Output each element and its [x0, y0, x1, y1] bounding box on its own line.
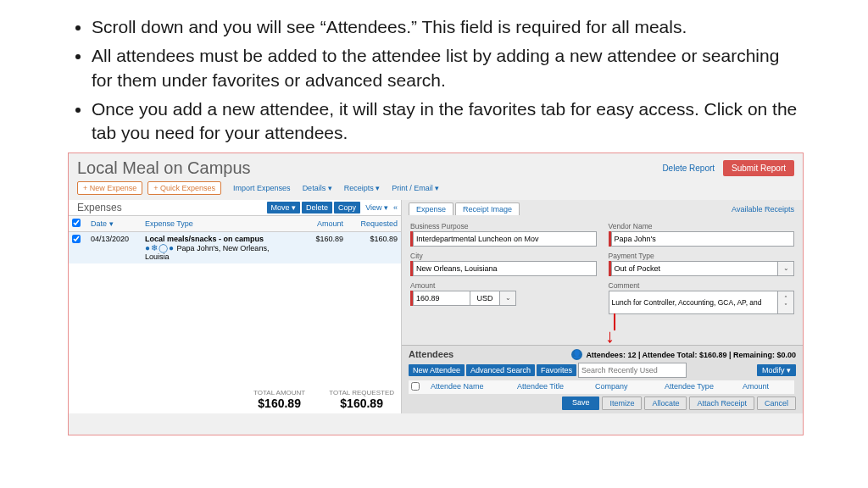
- print-email-menu[interactable]: Print / Email ▾: [392, 184, 439, 192]
- cancel-button[interactable]: Cancel: [757, 396, 796, 410]
- currency-select[interactable]: USD: [470, 291, 500, 306]
- attendee-select-all[interactable]: [411, 382, 420, 391]
- col-attendee-amount[interactable]: Amount: [737, 380, 794, 394]
- col-type[interactable]: Expense Type: [142, 215, 298, 231]
- col-date[interactable]: Date ▾: [87, 215, 142, 231]
- import-expenses-link[interactable]: Import Expenses: [233, 184, 291, 192]
- cell-type: Local meals/snacks - on campus: [145, 235, 264, 243]
- save-button[interactable]: Save: [562, 396, 600, 410]
- new-attendee-button[interactable]: New Attendee: [409, 364, 465, 376]
- available-receipts-link[interactable]: Available Receipts: [732, 205, 794, 214]
- scroll-arrows-icon[interactable]: ˄˅: [778, 291, 794, 314]
- amount-label: Amount: [410, 281, 597, 290]
- cell-requested: $160.89: [347, 231, 401, 263]
- business-purpose-label: Business Purpose: [410, 222, 597, 230]
- chevron-down-icon[interactable]: ⌄: [500, 291, 516, 306]
- favorites-button[interactable]: Favorites: [537, 364, 576, 376]
- app-screenshot: Local Meal on Campus Delete Report Submi…: [68, 152, 804, 435]
- table-row[interactable]: 04/13/2020 Local meals/snacks - on campu…: [69, 231, 401, 263]
- callout-arrow-icon: ↓: [605, 327, 615, 346]
- details-menu[interactable]: Details ▾: [303, 184, 332, 192]
- attendee-table-header: Attendee Name Attendee Title Company Att…: [409, 380, 796, 394]
- bullet-2: All attendees must be added to the atten…: [92, 44, 800, 92]
- bullet-1: Scroll down and you will see “Attendees.…: [92, 15, 800, 39]
- col-company[interactable]: Company: [590, 380, 659, 394]
- payment-type-select[interactable]: Out of Pocket: [611, 261, 779, 276]
- instruction-list: Scroll down and you will see “Attendees.…: [68, 15, 800, 146]
- cell-date: 04/13/2020: [87, 231, 142, 263]
- page-title: Local Meal on Campus: [77, 158, 251, 178]
- col-amount[interactable]: Amount: [298, 215, 347, 231]
- col-requested[interactable]: Requested: [347, 215, 401, 231]
- search-recently-used-input[interactable]: Search Recently Used: [578, 363, 687, 378]
- col-attendee-name[interactable]: Attendee Name: [426, 380, 512, 394]
- total-amount-label: TOTAL AMOUNT: [253, 389, 305, 396]
- attendees-heading: Attendees: [409, 349, 453, 359]
- city-input[interactable]: New Orleans, Louisiana: [413, 261, 597, 276]
- payment-type-label: Payment Type: [609, 252, 795, 260]
- move-button[interactable]: Move ▾: [267, 202, 301, 214]
- delete-button[interactable]: Delete: [302, 202, 332, 214]
- receipts-menu[interactable]: Receipts ▾: [344, 184, 381, 192]
- total-requested: $160.89: [340, 396, 383, 410]
- view-menu[interactable]: View ▾: [365, 203, 388, 212]
- attendees-summary: Attendees: 12 | Attendee Total: $160.89 …: [586, 350, 796, 358]
- comment-textarea[interactable]: Lunch for Controller, Accounting, GCA, A…: [609, 291, 779, 314]
- copy-button[interactable]: Copy: [334, 202, 360, 214]
- allocate-button[interactable]: Allocate: [644, 396, 687, 410]
- select-all-checkbox[interactable]: [72, 219, 81, 227]
- cell-amount: $160.89: [298, 231, 347, 263]
- expenses-heading: Expenses: [77, 202, 122, 214]
- vendor-name-input[interactable]: Papa John's: [611, 231, 795, 247]
- new-expense-button[interactable]: + New Expense: [77, 181, 142, 195]
- itemize-button[interactable]: Itemize: [602, 396, 642, 410]
- comment-label: Comment: [609, 281, 795, 290]
- city-label: City: [410, 252, 597, 260]
- chevron-down-icon[interactable]: ⌄: [778, 261, 794, 276]
- delete-report-link[interactable]: Delete Report: [662, 164, 715, 173]
- submit-report-button[interactable]: Submit Report: [723, 160, 794, 176]
- person-icon: 👤: [571, 349, 582, 360]
- collapse-icon[interactable]: «: [393, 203, 398, 212]
- row-checkbox[interactable]: [72, 235, 81, 243]
- amount-input[interactable]: 160.89: [413, 291, 470, 306]
- business-purpose-input[interactable]: Interdepartmental Luncheon on Mov: [413, 231, 597, 247]
- quick-expenses-button[interactable]: + Quick Expenses: [147, 181, 221, 195]
- modify-button[interactable]: Modify ▾: [757, 364, 796, 376]
- expense-table: Date ▾ Expense Type Amount Requested 04/…: [69, 215, 401, 263]
- attendees-section: ↓ Attendees 👤Attendees: 12 | Attendee To…: [402, 345, 803, 413]
- total-amount: $160.89: [258, 396, 301, 410]
- col-attendee-type[interactable]: Attendee Type: [659, 380, 737, 394]
- col-attendee-title[interactable]: Attendee Title: [512, 380, 590, 394]
- advanced-search-button[interactable]: Advanced Search: [466, 364, 535, 376]
- bullet-3: Once you add a new attendee, it will sta…: [92, 97, 800, 146]
- vendor-name-label: Vendor Name: [609, 222, 795, 230]
- row-status-icons: ●❄◯●: [145, 243, 175, 252]
- attach-receipt-button[interactable]: Attach Receipt: [689, 396, 754, 410]
- total-requested-label: TOTAL REQUESTED: [329, 389, 394, 396]
- tab-receipt-image[interactable]: Receipt Image: [455, 202, 520, 215]
- tab-expense[interactable]: Expense: [409, 202, 453, 215]
